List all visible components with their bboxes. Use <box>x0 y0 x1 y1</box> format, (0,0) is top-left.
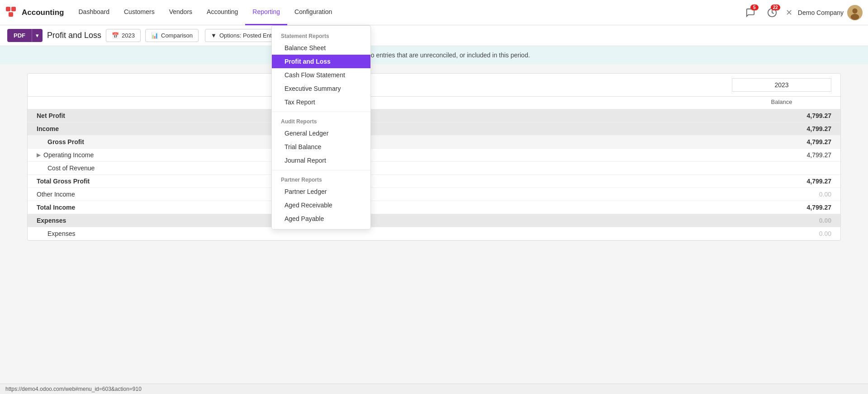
avatar-image <box>847 5 863 20</box>
table-row: Income 4,799.27 <box>28 122 840 136</box>
app-logo[interactable]: Accounting <box>5 6 64 19</box>
row-value: 4,799.27 <box>732 138 831 145</box>
row-label: Expenses <box>37 230 732 237</box>
row-label: Operating Income <box>43 151 732 159</box>
dropdown-item-balance-sheet[interactable]: Balance Sheet <box>272 41 370 55</box>
balance-label-row: Balance <box>28 97 840 109</box>
year-cell: 2023 <box>732 78 831 92</box>
table-row: Other Income 0.00 <box>28 188 840 201</box>
company-name: Demo Company <box>798 9 844 16</box>
pdf-button-group: PDF ▾ <box>7 29 43 42</box>
filter-icon: ▼ <box>211 32 217 39</box>
row-value: 0.00 <box>732 230 831 237</box>
row-label: Income <box>37 125 732 132</box>
balance-column-label: Balance <box>732 98 831 105</box>
user-avatar <box>847 5 863 20</box>
row-label: Expenses <box>37 217 732 224</box>
dropdown-item-trial-balance[interactable]: Trial Balance <box>272 140 370 154</box>
comparison-filter-button[interactable]: 📊 Comparison <box>145 29 199 42</box>
row-value: 4,799.27 <box>732 204 831 211</box>
messages-button[interactable]: 5 <box>742 5 759 21</box>
dropdown-divider-2 <box>272 170 370 170</box>
year-filter-button[interactable]: 📅 2023 <box>106 29 141 42</box>
nav-item-reporting[interactable]: Reporting <box>245 0 287 25</box>
nav-item-customers[interactable]: Customers <box>117 0 162 25</box>
table-row: Total Gross Profit 4,799.27 <box>28 175 840 188</box>
dropdown-item-tax-report[interactable]: Tax Report <box>272 95 370 109</box>
audit-reports-label: Audit Reports <box>272 115 370 127</box>
company-switcher[interactable]: Demo Company <box>798 5 863 20</box>
table-row: Total Income 4,799.27 <box>28 201 840 214</box>
dropdown-item-general-ledger[interactable]: General Ledger <box>272 127 370 140</box>
svg-point-6 <box>851 14 859 19</box>
updates-button[interactable]: 22 <box>764 5 780 21</box>
dropdown-divider-1 <box>272 112 370 112</box>
dropdown-item-executive-summary[interactable]: Executive Summary <box>272 82 370 95</box>
info-banner: There are no entries that are unreconcil… <box>0 46 868 64</box>
bar-chart-icon: 📊 <box>151 32 158 39</box>
row-value: 4,799.27 <box>732 178 831 185</box>
svg-rect-2 <box>9 12 13 17</box>
odoo-logo-icon <box>5 6 18 19</box>
row-label: Total Gross Profit <box>37 178 732 185</box>
messages-badge: 5 <box>750 5 759 10</box>
row-value: 0.00 <box>732 217 831 224</box>
year-filter-label: 2023 <box>122 32 135 39</box>
svg-rect-1 <box>11 7 16 11</box>
pdf-dropdown-button[interactable]: ▾ <box>32 29 43 42</box>
row-label: Other Income <box>37 191 732 198</box>
main-content: 2023 Balance Net Profit 4,799.27 Income … <box>0 64 868 250</box>
table-row: Cost of Revenue <box>28 162 840 175</box>
row-label: Cost of Revenue <box>37 164 732 172</box>
updates-badge: 22 <box>771 5 780 10</box>
row-label: Total Income <box>37 204 732 211</box>
calendar-icon: 📅 <box>112 32 119 39</box>
table-row[interactable]: ▶ Operating Income 4,799.27 <box>28 149 840 162</box>
nav-item-configuration[interactable]: Configuration <box>287 0 339 25</box>
pdf-button[interactable]: PDF <box>7 29 32 42</box>
comparison-label: Comparison <box>161 32 193 39</box>
svg-point-5 <box>852 8 857 13</box>
table-row: Net Profit 4,799.27 <box>28 109 840 122</box>
nav-right: 5 22 ✕ Demo Company <box>742 5 863 21</box>
dropdown-item-journal-report[interactable]: Journal Report <box>272 154 370 167</box>
row-value: 0.00 <box>732 191 831 198</box>
report-toolbar: PDF ▾ Profit and Loss 📅 2023 📊 Compariso… <box>0 25 868 46</box>
dropdown-item-aged-payable[interactable]: Aged Payable <box>272 212 370 225</box>
nav-item-dashboard[interactable]: Dashboard <box>71 0 117 25</box>
reporting-dropdown-menu: Statement Reports Balance Sheet Profit a… <box>271 25 371 230</box>
partner-reports-label: Partner Reports <box>272 173 370 185</box>
row-value: 4,799.27 <box>732 151 831 159</box>
statement-reports-label: Statement Reports <box>272 29 370 41</box>
dropdown-item-cash-flow[interactable]: Cash Flow Statement <box>272 68 370 82</box>
nav-items: Dashboard Customers Vendors Accounting R… <box>71 0 742 25</box>
page-title: Profit and Loss <box>47 31 101 40</box>
top-nav: Accounting Dashboard Customers Vendors A… <box>0 0 868 25</box>
table-row: Expenses 0.00 <box>28 227 840 240</box>
nav-item-vendors[interactable]: Vendors <box>162 0 199 25</box>
row-label: Gross Profit <box>37 138 732 145</box>
row-label: Net Profit <box>37 112 732 119</box>
row-value: 4,799.27 <box>732 112 831 119</box>
nav-item-accounting[interactable]: Accounting <box>199 0 245 25</box>
dropdown-item-aged-receivable[interactable]: Aged Receivable <box>272 198 370 212</box>
dropdown-item-partner-ledger[interactable]: Partner Ledger <box>272 185 370 198</box>
close-button[interactable]: ✕ <box>786 8 792 18</box>
report-year-header: 2023 <box>28 74 840 97</box>
dropdown-item-profit-loss[interactable]: Profit and Loss <box>272 55 370 68</box>
row-value: 4,799.27 <box>732 125 831 132</box>
expand-icon[interactable]: ▶ <box>37 152 41 158</box>
table-row: Expenses 0.00 <box>28 214 840 227</box>
table-row: Gross Profit 4,799.27 <box>28 136 840 149</box>
svg-rect-0 <box>6 7 10 11</box>
report-table: 2023 Balance Net Profit 4,799.27 Income … <box>27 73 841 241</box>
app-name: Accounting <box>22 8 64 17</box>
